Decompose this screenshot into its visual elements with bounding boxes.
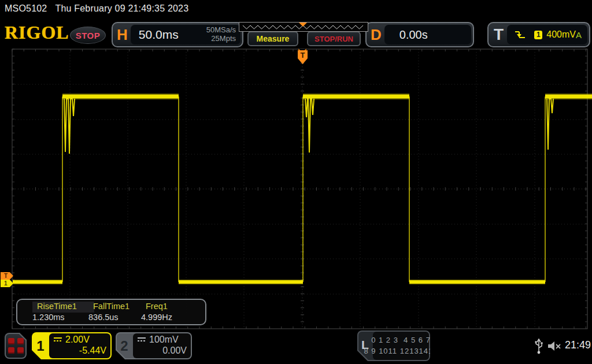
channel2-offset: 0.00V [137,346,187,356]
measurement-freq: Freq1 4.999Hz [141,302,172,322]
channel1-offset: -5.44V [53,346,106,356]
oscilloscope-screen: MSO5102 Thu February 09 21:49:35 2023 RI… [0,0,592,364]
measurement-risetime: RiseTime1 1.230ms [32,302,94,322]
logic-row1: 0 1 2 3 4 5 6 7 [371,335,431,346]
trigger-position-marker[interactable] [299,23,307,27]
channel1-scale: 2.00V [65,335,90,345]
clock: 21:49 [565,339,591,351]
measurement-falltime: FallTime1 836.5us [88,302,130,322]
channel2-scale: 100mV [149,335,179,345]
channel1-status-block[interactable]: 1 2.00V -5.44V [32,332,112,359]
grid-icon [8,338,24,354]
measurement-panel[interactable]: RiseTime1 1.230ms FallTime1 836.5us Freq… [16,299,206,325]
logic-channels-block[interactable]: L 0 1 2 3 4 5 6 7 8 9 1011 12131415 [357,330,430,361]
menu-grid-button[interactable] [5,333,27,359]
waveform-preview-strip[interactable] [239,22,368,32]
channel2-status-block[interactable]: 2 100mV 0.00V [116,332,192,359]
dc-coupling-icon [137,336,146,343]
dc-coupling-icon [53,336,62,343]
speaker-muted-icon [547,340,563,352]
usb-icon [534,337,544,355]
logic-row2: 8 9 1011 12131415 [364,346,438,357]
